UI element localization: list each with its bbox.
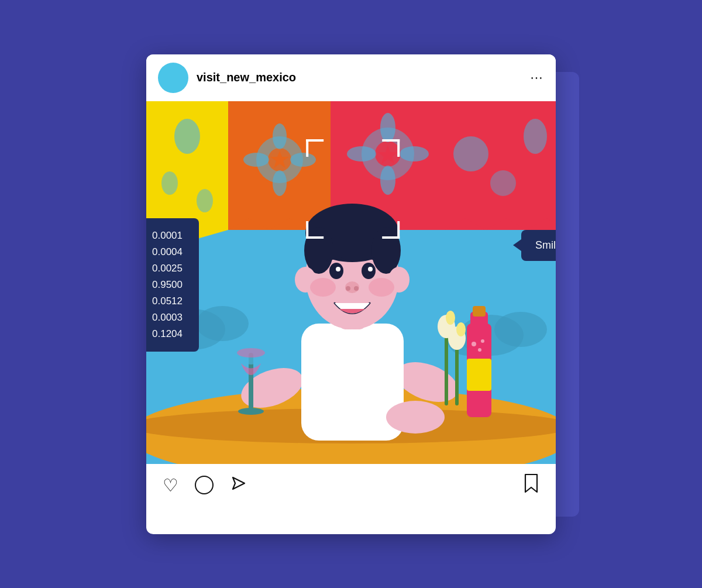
svg-point-2 xyxy=(174,119,200,154)
emotion-card: Anger 0.0001 Contempt 0.0004 Fear 0.0025… xyxy=(146,218,199,352)
svg-point-56 xyxy=(386,401,445,434)
svg-point-64 xyxy=(472,342,476,346)
bookmark-button[interactable] xyxy=(523,473,539,497)
emotion-anger-row: Anger 0.0001 xyxy=(146,230,183,242)
svg-point-59 xyxy=(237,348,265,357)
svg-rect-68 xyxy=(455,341,459,405)
card-footer: ♡ xyxy=(146,464,556,507)
svg-point-31 xyxy=(196,306,249,341)
avatar xyxy=(158,63,188,93)
svg-point-55 xyxy=(369,278,394,297)
card-header: visit_new_mexico ⋯ xyxy=(146,54,556,101)
svg-rect-67 xyxy=(445,329,448,405)
svg-point-10 xyxy=(273,123,287,149)
svg-point-72 xyxy=(456,322,466,336)
svg-point-53 xyxy=(354,286,359,291)
corner-bl xyxy=(306,221,324,239)
svg-point-19 xyxy=(380,113,395,142)
svg-point-49 xyxy=(336,267,340,271)
comment-button[interactable] xyxy=(195,476,214,494)
emotion-contempt-value: 0.0004 xyxy=(152,246,183,258)
instagram-card: visit_new_mexico ⋯ xyxy=(146,54,556,534)
emotion-surprise-row: Surprise 0.1204 xyxy=(146,328,183,340)
svg-point-52 xyxy=(346,286,350,291)
more-button[interactable]: ⋯ xyxy=(530,70,544,85)
emotion-anger-value: 0.0001 xyxy=(152,230,183,242)
svg-point-33 xyxy=(494,312,547,347)
emotion-neutral-row: Neutral 0.0512 xyxy=(146,295,183,307)
corner-br xyxy=(382,221,400,239)
svg-point-27 xyxy=(490,170,516,196)
smile-card: Smile intensity 0.8570 xyxy=(521,230,556,261)
svg-point-4 xyxy=(197,189,213,212)
corner-tr xyxy=(382,139,400,157)
page-wrapper: visit_new_mexico ⋯ xyxy=(88,37,614,552)
svg-point-26 xyxy=(453,136,488,171)
emotion-neutral-value: 0.0512 xyxy=(152,295,183,307)
svg-point-50 xyxy=(368,267,373,271)
emotion-happiness-value: 0.9500 xyxy=(152,279,183,291)
post-image: Anger 0.0001 Contempt 0.0004 Fear 0.0025… xyxy=(146,101,556,464)
svg-point-70 xyxy=(446,311,455,325)
svg-marker-73 xyxy=(233,477,245,489)
svg-point-3 xyxy=(161,171,178,195)
svg-point-58 xyxy=(238,408,264,415)
smile-label: Smile intensity xyxy=(535,239,556,252)
svg-point-54 xyxy=(310,278,336,297)
svg-rect-62 xyxy=(473,306,486,317)
share-button[interactable] xyxy=(230,474,247,496)
svg-point-66 xyxy=(481,339,484,343)
svg-rect-63 xyxy=(467,359,491,391)
emotion-sadness-value: 0.0003 xyxy=(152,312,183,324)
corner-tl xyxy=(306,139,324,157)
svg-point-28 xyxy=(524,119,547,154)
svg-point-65 xyxy=(478,348,481,352)
face-detection-box xyxy=(306,139,400,239)
emotion-happiness-row: Happiness 0.9500 xyxy=(146,279,183,291)
svg-point-11 xyxy=(273,170,287,196)
like-button[interactable]: ♡ xyxy=(163,475,178,496)
emotion-sadness-row: Sadness 0.0003 xyxy=(146,312,183,324)
svg-point-47 xyxy=(329,263,343,279)
svg-point-48 xyxy=(362,263,376,279)
svg-point-22 xyxy=(400,146,429,161)
emotion-fear-value: 0.0025 xyxy=(152,263,183,274)
username: visit_new_mexico xyxy=(197,71,522,84)
emotion-contempt-row: Contempt 0.0004 xyxy=(146,246,183,258)
svg-point-12 xyxy=(243,153,269,167)
emotion-fear-row: Fear 0.0025 xyxy=(146,263,183,274)
emotion-surprise-value: 0.1204 xyxy=(152,328,183,340)
